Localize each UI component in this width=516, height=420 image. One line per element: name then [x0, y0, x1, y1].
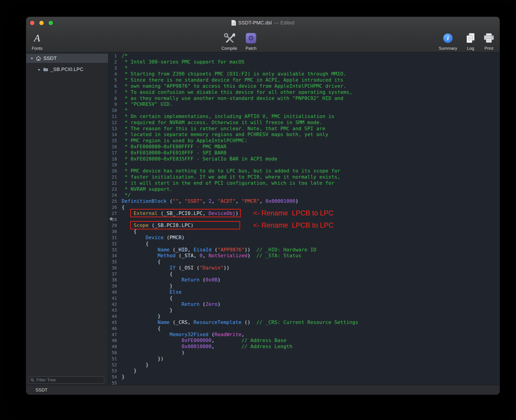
code-line: 1/*	[108, 53, 500, 59]
code-line: 53 }	[108, 368, 500, 374]
line-number: 24	[108, 192, 117, 198]
code-line: 40 Else	[108, 289, 500, 295]
filter-tree-input[interactable]	[36, 377, 102, 383]
code-text: Return (0x0B)	[122, 277, 220, 283]
code-text: * 0xFE020000~0xFE035FFF - SerialIo BAR i…	[122, 156, 277, 162]
code-text: )	[122, 350, 184, 356]
status-bar-label: SSDT	[36, 387, 47, 393]
code-text: {	[122, 295, 173, 301]
code-line: 44 }	[108, 313, 500, 319]
summary-label: Summary	[439, 46, 457, 51]
code-line: 39 }	[108, 283, 500, 289]
code-text: *	[122, 65, 128, 71]
disclosure-triangle-closed-icon[interactable]: ▸	[37, 67, 42, 72]
code-text: {	[122, 241, 149, 247]
code-line: 41 {	[108, 295, 500, 301]
code-text: {	[122, 325, 160, 332]
code-text: Name (_CRS, ResourceTemplate () // _CRS:…	[122, 319, 358, 325]
code-text: * required for NVRAM access. Otherwise i…	[122, 120, 322, 126]
code-line: 20 * PMC device has nothing to do to LPC…	[108, 168, 500, 174]
code-text: * own naming "APP9876" to access this de…	[122, 83, 346, 89]
line-number: 35	[108, 259, 117, 265]
line-number: 42	[108, 301, 117, 308]
code-line: 8 * as they normally use another non-sta…	[108, 95, 500, 102]
fonts-label: Fonts	[32, 46, 43, 51]
folder-icon	[43, 68, 48, 71]
code-line: 21 * faster initialisation. If we add it…	[108, 174, 500, 180]
printer-icon	[483, 33, 494, 43]
code-text: * faster initialisation. If we add it to…	[122, 174, 340, 180]
fonts-button[interactable]: A Fonts	[26, 30, 48, 51]
code-text: * PMC region is used by AppleIntelPCHPMC…	[122, 138, 247, 144]
line-number: 13	[108, 126, 117, 132]
disclosure-triangle-open-icon[interactable]: ▾	[29, 56, 34, 60]
line-number: 34	[108, 253, 117, 259]
line-number: 25	[108, 198, 117, 204]
window-edited-status: — Edited	[274, 20, 295, 26]
code-text: 0xFE000000, // Address Base	[122, 338, 287, 344]
code-line: 2 * Intel 300-series PMC support for mac…	[108, 59, 500, 65]
code-text: * 0xFE000000~0xFE00FFFF - PMC MBAR	[122, 144, 227, 150]
line-number: 33	[108, 247, 117, 253]
code-text: * PMC device has nothing to do to LPC bu…	[122, 168, 340, 174]
code-line: 19 *	[108, 162, 500, 168]
code-line: 36 If (_OSI ("Darwin"))	[108, 265, 500, 271]
code-line: 12 * required for NVRAM access. Otherwis…	[108, 120, 500, 126]
code-text: }	[122, 313, 160, 319]
code-text: * To avoid confusion we disable this dev…	[122, 89, 352, 95]
line-number: 23	[108, 186, 117, 192]
code-text: }	[122, 362, 149, 368]
line-number: 5	[108, 77, 117, 83]
code-line: 4 * Starting from Z390 chipsets PMC (D31…	[108, 71, 500, 77]
code-text: {	[122, 259, 160, 265]
line-number: 22	[108, 180, 117, 186]
code-line: 34 Method (_STA, 0, NotSerialized) // _S…	[108, 253, 500, 259]
line-number: 16	[108, 144, 117, 150]
line-number: 55	[108, 380, 117, 385]
tree-item-sb-pci0-lpc[interactable]: ▸ _SB.PCI0.LPC	[26, 65, 108, 74]
code-text: * NVRAM support.	[122, 186, 173, 192]
print-button[interactable]: Print	[475, 30, 500, 51]
line-number: 47	[108, 332, 117, 338]
toolbar: A Fonts Compile ⚙	[26, 29, 500, 52]
document-icon	[231, 20, 236, 26]
filter-tree-field	[28, 376, 104, 384]
log-pages-icon	[465, 33, 476, 44]
info-icon: i	[443, 33, 453, 43]
code-text: Else	[122, 289, 182, 295]
line-number: 12	[108, 120, 117, 126]
code-text: * On certain implementations, including …	[122, 113, 334, 120]
line-number: 2	[108, 59, 117, 65]
code-text: * 0xFE010000~0xFE010FFF - SPI BAR0	[122, 150, 227, 156]
code-text: {	[122, 229, 137, 235]
code-line: 18 * 0xFE020000~0xFE035FFF - SerialIo BA…	[108, 156, 500, 162]
line-number: 44	[108, 313, 117, 319]
line-number: 18	[108, 156, 117, 162]
patch-button[interactable]: ⚙ Patch	[237, 30, 265, 51]
line-number: 52	[108, 362, 117, 368]
code-text: Name (_HID, EisaId ("APP9876")) // _HID:…	[122, 247, 316, 253]
code-text: Method (_STA, 0, NotSerialized) // _STA:…	[122, 253, 301, 259]
code-text: * Starting from Z390 chipsets PMC (D31:F…	[122, 71, 346, 77]
code-line: 22 * it will start in the end of PCI con…	[108, 180, 500, 186]
code-line: 16 * 0xFE000000~0xFE00FFFF - PMC MBAR	[108, 144, 500, 150]
code-text: {	[122, 271, 173, 277]
code-text: * "PCHRESV" UID.	[122, 101, 173, 107]
line-number: 14	[108, 132, 117, 138]
code-text: {	[122, 204, 125, 210]
tree-item-ssdt[interactable]: ▾ SSDT	[26, 54, 108, 63]
code-line: 47 Memory32Fixed (ReadWrite,	[108, 332, 500, 338]
code-line: 10 *	[108, 107, 500, 113]
code-line: 9 * "PCHRESV" UID.	[108, 101, 500, 107]
code-text: * as they normally use another non-stand…	[122, 95, 343, 102]
line-number: 36	[108, 265, 117, 271]
line-number: 49	[108, 344, 117, 350]
line-number: 20	[108, 168, 117, 174]
code-editor[interactable]: 1/*2 * Intel 300-series PMC support for …	[108, 52, 500, 385]
code-text: * Since there is no standard device for …	[122, 77, 343, 83]
code-line: 42 Return (Zero)	[108, 301, 500, 308]
code-line: 11 * On certain implementations, includi…	[108, 113, 500, 120]
code-line: 15 * PMC region is used by AppleIntelPCH…	[108, 138, 500, 144]
compile-label: Compile	[221, 46, 237, 51]
code-line: 38 Return (0x0B)	[108, 277, 500, 283]
